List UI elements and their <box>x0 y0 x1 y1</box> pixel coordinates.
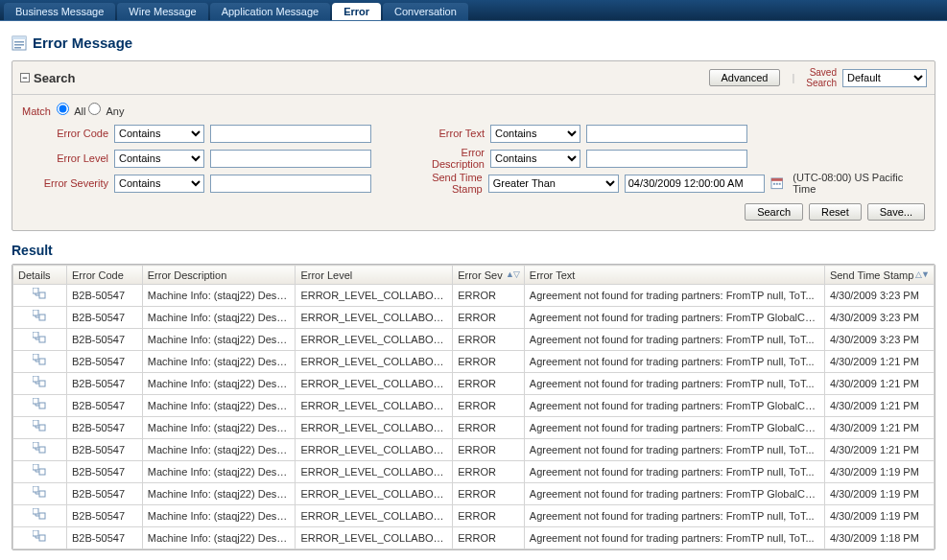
match-any-radio[interactable] <box>88 103 101 115</box>
operator-select[interactable]: Contains <box>114 125 204 143</box>
value-input[interactable] <box>210 175 371 193</box>
table-row[interactable]: B2B-50547Machine Info: (staqj22) Desc...… <box>13 351 935 373</box>
cell-error-description: Machine Info: (staqj22) Desc... <box>142 373 296 395</box>
table-row[interactable]: B2B-50547Machine Info: (staqj22) Desc...… <box>13 505 935 527</box>
column-header[interactable]: Details <box>13 266 67 285</box>
details-cell[interactable] <box>13 351 67 373</box>
table-row[interactable]: B2B-50547Machine Info: (staqj22) Desc...… <box>13 461 935 483</box>
send-time-row: Send Time StampGreater Than(UTC-08:00) U… <box>410 173 925 194</box>
tab-business-message[interactable]: Business Message <box>4 3 115 20</box>
details-icon[interactable] <box>33 420 46 433</box>
cell-send-time: 4/30/2009 1:19 PM <box>824 505 934 527</box>
date-input[interactable] <box>625 175 765 193</box>
details-cell[interactable] <box>13 417 67 439</box>
calendar-icon[interactable] <box>770 176 784 190</box>
svg-rect-1 <box>12 36 26 39</box>
table-row[interactable]: B2B-50547Machine Info: (staqj22) Desc...… <box>13 395 935 417</box>
details-icon[interactable] <box>33 464 46 478</box>
search-field-row: Error LevelContains <box>22 148 371 169</box>
operator-select[interactable]: Contains <box>490 150 580 168</box>
cell-error-code: B2B-50547 <box>66 395 142 417</box>
details-cell[interactable] <box>13 329 67 351</box>
table-row[interactable]: B2B-50547Machine Info: (staqj22) Desc...… <box>13 329 935 351</box>
sort-icon[interactable]: ▲▽ <box>506 269 519 279</box>
field-label: Error Level <box>22 152 108 164</box>
cell-error-description: Machine Info: (staqj22) Desc... <box>142 505 296 527</box>
details-icon[interactable] <box>33 310 46 323</box>
tab-application-message[interactable]: Application Message <box>210 3 331 20</box>
table-row[interactable]: B2B-50547Machine Info: (staqj22) Desc...… <box>13 417 935 439</box>
tab-wire-message[interactable]: Wire Message <box>117 3 207 20</box>
svg-rect-30 <box>33 508 38 514</box>
value-input[interactable] <box>210 150 371 168</box>
svg-rect-11 <box>39 292 45 298</box>
search-button[interactable]: Search <box>745 203 803 221</box>
details-cell[interactable] <box>13 395 67 417</box>
divider: | <box>792 72 794 83</box>
cell-error-text: Agreement not found for trading partners… <box>524 483 824 505</box>
cell-error-text: Agreement not found for trading partners… <box>524 439 824 461</box>
svg-rect-15 <box>39 337 45 342</box>
details-cell[interactable] <box>13 461 67 483</box>
details-icon[interactable] <box>33 486 46 500</box>
details-cell[interactable] <box>13 307 67 329</box>
cell-error-code: B2B-50547 <box>66 285 142 307</box>
cell-error-severity: ERROR <box>453 505 525 527</box>
details-cell[interactable] <box>13 527 67 549</box>
details-icon[interactable] <box>33 508 46 522</box>
result-title: Result <box>12 243 935 258</box>
saved-search-select[interactable]: Default <box>842 69 927 87</box>
table-row[interactable]: B2B-50547Machine Info: (staqj22) Desc...… <box>13 373 935 395</box>
details-icon[interactable] <box>33 398 46 411</box>
cell-error-severity: ERROR <box>453 373 525 395</box>
column-header[interactable]: Error Level <box>296 266 453 285</box>
save-button[interactable]: Save... <box>867 203 925 221</box>
table-row[interactable]: B2B-50547Machine Info: (staqj22) Desc...… <box>13 307 935 329</box>
details-cell[interactable] <box>13 483 67 505</box>
value-input[interactable] <box>586 125 747 143</box>
details-icon[interactable] <box>33 288 46 301</box>
match-label: Match <box>22 105 51 117</box>
operator-select[interactable]: Contains <box>114 150 204 168</box>
table-row[interactable]: B2B-50547Machine Info: (staqj22) Desc...… <box>13 483 935 505</box>
reset-button[interactable]: Reset <box>809 203 862 221</box>
column-header[interactable]: Error Description <box>142 266 296 285</box>
cell-error-severity: ERROR <box>453 285 525 307</box>
column-header[interactable]: Error Text <box>524 266 824 285</box>
operator-select[interactable]: Greater Than <box>488 175 619 193</box>
table-row[interactable]: B2B-50547Machine Info: (staqj22) Desc...… <box>13 527 935 549</box>
advanced-button[interactable]: Advanced <box>709 69 781 86</box>
svg-rect-28 <box>33 486 38 492</box>
operator-select[interactable]: Contains <box>114 175 204 193</box>
details-icon[interactable] <box>33 376 46 389</box>
cell-error-description: Machine Info: (staqj22) Desc... <box>142 285 296 307</box>
cell-error-code: B2B-50547 <box>66 307 142 329</box>
operator-select[interactable]: Contains <box>490 125 580 143</box>
cell-error-description: Machine Info: (staqj22) Desc... <box>142 527 296 549</box>
column-header[interactable]: Send Time Stamp△▼ <box>824 266 934 285</box>
table-row[interactable]: B2B-50547Machine Info: (staqj22) Desc...… <box>13 439 935 461</box>
column-header[interactable]: Error Code <box>66 266 142 285</box>
value-input[interactable] <box>210 125 371 143</box>
details-icon[interactable] <box>33 332 46 345</box>
details-cell[interactable] <box>13 505 67 527</box>
column-header[interactable]: Error Sev▲▽ <box>453 266 525 285</box>
value-input[interactable] <box>586 150 747 168</box>
cell-error-severity: ERROR <box>453 351 525 373</box>
tab-conversation[interactable]: Conversation <box>383 3 468 20</box>
sort-icon[interactable]: △▼ <box>915 269 929 279</box>
collapse-toggle-icon[interactable]: − <box>20 73 30 82</box>
details-icon[interactable] <box>33 354 46 367</box>
cell-send-time: 4/30/2009 3:23 PM <box>824 329 934 351</box>
details-cell[interactable] <box>13 285 67 307</box>
details-cell[interactable] <box>13 373 67 395</box>
tab-error[interactable]: Error <box>332 3 381 20</box>
table-row[interactable]: B2B-50547Machine Info: (staqj22) Desc...… <box>13 285 935 307</box>
field-label: Send Time Stamp <box>410 172 483 195</box>
cell-error-code: B2B-50547 <box>66 373 142 395</box>
details-icon[interactable] <box>33 530 46 544</box>
match-all-radio[interactable] <box>57 103 69 115</box>
details-icon[interactable] <box>33 442 46 455</box>
svg-rect-13 <box>39 315 45 320</box>
details-cell[interactable] <box>13 439 67 461</box>
